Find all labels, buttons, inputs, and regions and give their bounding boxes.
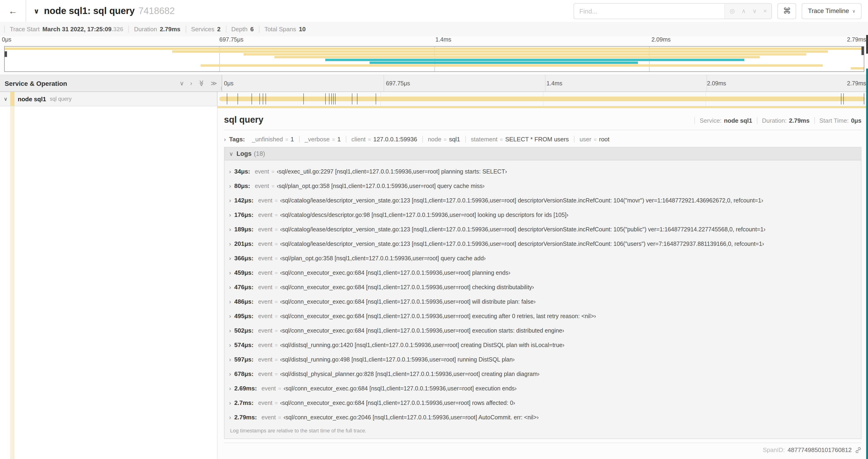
keyboard-shortcuts-button[interactable]: ⌘ (778, 3, 796, 19)
chevron-right-icon[interactable]: › (229, 385, 231, 392)
span-meta-item: Service: node sql1 (694, 117, 757, 124)
log-entry[interactable]: › 459μs: event=‹sql/conn_executor_exec.g… (229, 265, 857, 280)
chevron-right-icon[interactable]: › (229, 255, 231, 261)
log-entry[interactable]: › 495μs: event=‹sql/conn_executor_exec.g… (229, 309, 857, 323)
minimap-span-bar (200, 64, 823, 67)
log-entry[interactable]: › 34μs: event=‹sql/exec_util.go:2297 [ns… (229, 164, 857, 179)
log-entry[interactable]: › 476μs: event=‹sql/conn_executor_exec.g… (229, 280, 857, 294)
minimap-right-scrubber[interactable] (862, 47, 864, 55)
expand-one-icon[interactable]: › (190, 80, 192, 86)
log-key: event (258, 298, 272, 305)
chevron-right-icon[interactable]: › (229, 399, 231, 406)
log-entry[interactable]: › 502μs: event=‹sql/conn_executor_exec.g… (229, 323, 857, 338)
log-key: event (258, 226, 272, 233)
chevron-right-icon[interactable]: › (229, 313, 231, 319)
chevron-right-icon[interactable]: › (229, 240, 231, 247)
log-entry[interactable]: › 176μs: event=‹sql/catalog/descs/descri… (229, 207, 857, 222)
log-field: event=‹sql/conn_executor_exec.go:684 [ns… (258, 399, 515, 406)
equals-sign: = (275, 270, 278, 275)
collapse-all-icon[interactable]: ≫ (198, 80, 205, 86)
chevron-right-icon[interactable]: › (229, 356, 231, 363)
chevron-right-icon[interactable]: › (229, 414, 231, 421)
expand-all-icon[interactable]: ≫ (211, 80, 217, 86)
log-entry[interactable]: › 2.79ms: event=‹sql/conn_executor_exec.… (229, 410, 857, 424)
log-key: event (258, 211, 272, 218)
chevron-right-icon[interactable]: › (229, 168, 231, 175)
log-timestamp: 189μs: (234, 226, 253, 233)
log-marker-tick (252, 93, 252, 104)
vertical-scrollbar[interactable] (866, 35, 868, 459)
chevron-right-icon[interactable]: › (229, 211, 231, 218)
log-entry[interactable]: › 80μs: event=‹sql/plan_opt.go:358 [nsql… (229, 179, 857, 193)
back-arrow-icon: ← (8, 6, 17, 16)
span-detail-accent (217, 106, 868, 108)
trace-timeline-view: ← ∨ node sql1: sql query 7418682 ◎ ∧ ∨ ×… (0, 0, 868, 459)
log-entry[interactable]: › 597μs: event=‹sql/distsql_running.go:4… (229, 352, 857, 367)
log-key: event (258, 342, 272, 348)
span-bar-cell[interactable] (217, 92, 868, 106)
logs-list: › 34μs: event=‹sql/exec_util.go:2297 [ns… (224, 160, 861, 438)
span-id-label: SpanID: (763, 447, 785, 453)
log-entry[interactable]: › 189μs: event=‹sql/catalog/lease/descri… (229, 222, 857, 236)
log-entry[interactable]: › 486μs: event=‹sql/conn_executor_exec.g… (229, 294, 857, 309)
top-bar-controls: ◎ ∧ ∨ × ⌘ Trace Timeline ∨ (574, 3, 862, 19)
log-key: event (261, 385, 276, 392)
chevron-right-icon[interactable]: › (229, 183, 231, 189)
find-controls: ◎ ∧ ∨ × (724, 3, 772, 19)
prev-result-icon[interactable]: ∧ (742, 8, 746, 14)
chevron-right-icon[interactable]: › (229, 284, 231, 290)
log-key: event (258, 197, 272, 204)
chevron-right-icon[interactable]: › (229, 342, 231, 348)
log-marker-tick (357, 93, 358, 104)
minimap-left-scrubber[interactable] (5, 51, 7, 57)
deep-link-icon[interactable] (855, 447, 862, 453)
log-entry[interactable]: › 574μs: event=‹sql/distsql_running.go:1… (229, 338, 857, 352)
log-field: event=‹sql/catalog/lease/descriptor_vers… (258, 197, 763, 204)
logs-section-toggle[interactable]: ∨ Logs (18) (224, 147, 861, 160)
chevron-right-icon[interactable]: › (229, 298, 231, 305)
chevron-down-icon[interactable]: ∨ (4, 96, 7, 102)
log-timestamp: 80μs: (234, 183, 250, 189)
chevron-right-icon[interactable]: › (229, 371, 231, 377)
span-detail-header: sql query Service: node sql1 Duration: 2… (224, 115, 862, 125)
log-entry[interactable]: › 678μs: event=‹sql/distsql_physical_pla… (229, 367, 857, 381)
collapse-one-icon[interactable]: ∨ (180, 80, 184, 86)
log-marker-tick (352, 93, 352, 104)
tag-item: user = root (574, 136, 615, 143)
view-options-dropdown[interactable]: Trace Timeline ∨ (802, 3, 862, 19)
log-entry[interactable]: › 201μs: event=‹sql/catalog/lease/descri… (229, 236, 857, 251)
clear-search-icon[interactable]: × (764, 8, 767, 14)
trace-header-collapse-toggle[interactable]: ∨ (34, 7, 39, 15)
span-indent-guide (10, 106, 14, 459)
find-input[interactable] (574, 3, 724, 19)
span-row[interactable]: ∨ node sql1 sql query (0, 92, 868, 106)
tag-key: client (351, 136, 366, 143)
log-field: event=‹sql/conn_executor_exec.go:684 [ns… (258, 284, 534, 290)
chevron-right-icon[interactable]: › (229, 269, 231, 276)
chevron-right-icon: › (224, 136, 226, 142)
tags-section-toggle[interactable]: › Tags: _unfinished = 1 _verbose = 1 (224, 136, 862, 143)
log-entry[interactable]: › 366μs: event=‹sql/plan_opt.go:358 [nsq… (229, 251, 857, 265)
log-field: event=‹sql/conn_executor_exec.go:684 [ns… (261, 385, 517, 392)
meta-label: Duration: (762, 117, 787, 124)
service-operation-header: Service & Operation ∨ › ≫ ≫ ‖ (0, 75, 222, 91)
log-entry[interactable]: › 2.7ms: event=‹sql/conn_executor_exec.g… (229, 396, 857, 410)
locate-icon[interactable]: ◎ (730, 8, 735, 14)
scrollbar-thumb[interactable] (866, 35, 868, 54)
timeline-minimap[interactable] (4, 46, 864, 72)
chevron-right-icon[interactable]: › (229, 226, 231, 233)
tag-item: node = sql1 (422, 136, 465, 143)
summary-value: March 31 2022, 17:25:09 (42, 26, 112, 33)
chevron-right-icon[interactable]: › (229, 327, 231, 334)
back-button[interactable]: ← (0, 0, 26, 22)
tag-key: statement (471, 136, 497, 143)
next-result-icon[interactable]: ∨ (752, 8, 757, 14)
log-field: event=‹sql/distsql_running.go:1420 [nsql… (258, 342, 564, 348)
log-entry[interactable]: › 2.69ms: event=‹sql/conn_executor_exec.… (229, 381, 857, 396)
chevron-right-icon[interactable]: › (229, 197, 231, 204)
span-name-cell[interactable]: ∨ node sql1 sql query (0, 92, 217, 106)
tag-value: SELECT * FROM users (505, 136, 569, 143)
log-entry[interactable]: › 142μs: event=‹sql/catalog/lease/descri… (229, 193, 857, 207)
equals-sign: = (275, 313, 278, 319)
log-field: event=‹sql/conn_executor_exec.go:684 [ns… (258, 327, 564, 334)
